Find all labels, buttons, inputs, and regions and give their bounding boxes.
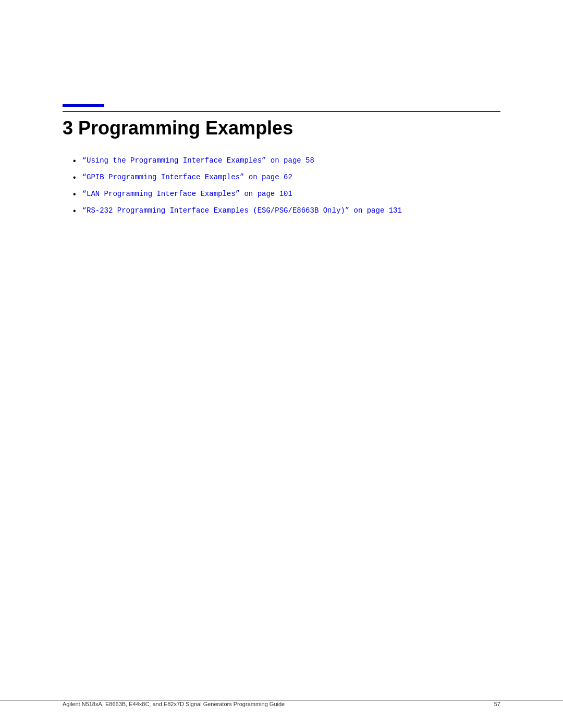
page: 3 Programming Examples • “Using the Prog… — [0, 0, 563, 728]
toc-link-1[interactable]: “Using the Programming Interface Example… — [82, 155, 314, 166]
list-item: • “RS-232 Programming Interface Examples… — [73, 205, 500, 217]
toc-link-2[interactable]: “GPIB Programming Interface Examples” on… — [82, 171, 292, 183]
main-content: 3 Programming Examples • “Using the Prog… — [0, 0, 563, 728]
bullet-icon: • — [73, 205, 76, 217]
footer-left-text: Agilent N518xA, E8663B, E44x8C, and E82x… — [63, 701, 285, 707]
chapter-header: 3 Programming Examples — [63, 104, 500, 139]
full-rule — [63, 111, 500, 112]
list-item: • “GPIB Programming Interface Examples” … — [73, 171, 500, 184]
bullet-icon: • — [73, 155, 76, 167]
toc-link-4[interactable]: “RS-232 Programming Interface Examples (… — [82, 205, 402, 216]
list-item: • “Using the Programming Interface Examp… — [73, 155, 500, 167]
list-item: • “LAN Programming Interface Examples” o… — [73, 188, 500, 201]
page-footer: Agilent N518xA, E8663B, E44x8C, and E82x… — [0, 700, 563, 707]
toc-list: • “Using the Programming Interface Examp… — [73, 155, 500, 217]
chapter-rule-top — [63, 104, 500, 107]
chapter-title: 3 Programming Examples — [63, 117, 500, 139]
toc-link-3[interactable]: “LAN Programming Interface Examples” on … — [82, 188, 292, 200]
bullet-icon: • — [73, 171, 76, 184]
accent-rule — [63, 104, 104, 107]
bullet-icon: • — [73, 188, 76, 201]
footer-page-number: 57 — [494, 701, 500, 707]
